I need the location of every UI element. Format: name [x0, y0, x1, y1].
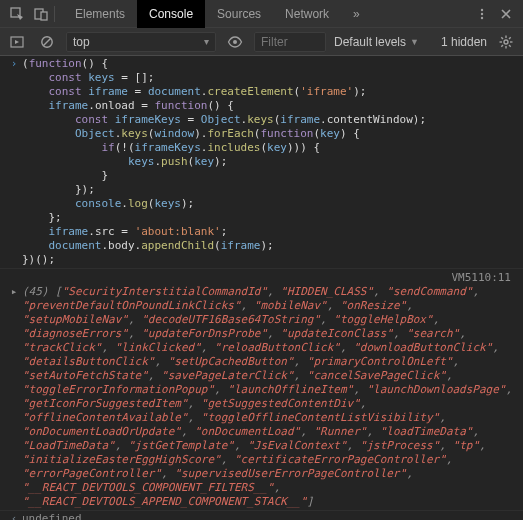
hidden-count[interactable]: 1 hidden [441, 35, 487, 49]
console-output-row: ▸ (45) ["SecurityInterstitialCommandId",… [0, 284, 523, 511]
expand-toggle[interactable]: ▸ [6, 285, 22, 299]
svg-point-9 [504, 40, 508, 44]
log-levels-label: Default levels [334, 35, 406, 49]
clear-icon[interactable] [36, 31, 58, 53]
return-row: ‹ undefined [0, 511, 523, 520]
svg-line-15 [509, 45, 511, 47]
eye-icon[interactable] [224, 31, 246, 53]
log-levels[interactable]: Default levels ▼ [334, 35, 419, 49]
tab-console[interactable]: Console [137, 0, 205, 28]
panel-tabs: Elements Console Sources Network » [63, 0, 372, 28]
svg-point-8 [233, 40, 237, 44]
return-marker: ‹ [6, 512, 22, 520]
close-icon[interactable] [495, 3, 517, 25]
console-input-row: › (function() { const keys = []; const i… [0, 56, 523, 269]
svg-rect-2 [41, 12, 47, 20]
console-subbar: top Default levels ▼ 1 hidden [0, 28, 523, 56]
svg-line-17 [501, 45, 503, 47]
step-icon[interactable] [6, 31, 28, 53]
source-link[interactable]: VM5110:11 [451, 271, 515, 284]
tab-overflow[interactable]: » [341, 0, 372, 28]
context-selector[interactable]: top [66, 32, 216, 52]
source-link-row: VM5110:11 [0, 269, 523, 284]
filter-input[interactable] [254, 32, 326, 52]
tab-elements[interactable]: Elements [63, 0, 137, 28]
svg-point-4 [481, 12, 483, 14]
svg-line-14 [501, 37, 503, 39]
tab-network[interactable]: Network [273, 0, 341, 28]
toolbar-divider [54, 6, 55, 22]
devtools-toolbar: Elements Console Sources Network » [0, 0, 523, 28]
svg-point-5 [481, 16, 483, 18]
svg-line-16 [509, 37, 511, 39]
more-icon[interactable] [471, 3, 493, 25]
device-toggle-icon[interactable] [30, 3, 52, 25]
svg-point-3 [481, 8, 483, 10]
console-body: › (function() { const keys = []; const i… [0, 56, 523, 520]
tab-sources[interactable]: Sources [205, 0, 273, 28]
return-value: undefined [22, 512, 82, 520]
inspect-icon[interactable] [6, 3, 28, 25]
chevron-down-icon: ▼ [410, 37, 419, 47]
gear-icon[interactable] [495, 31, 517, 53]
input-marker: › [6, 57, 22, 267]
output-array[interactable]: (45) ["SecurityInterstitialCommandId", "… [22, 285, 519, 509]
code-content[interactable]: (function() { const keys = []; const ifr… [22, 57, 519, 267]
